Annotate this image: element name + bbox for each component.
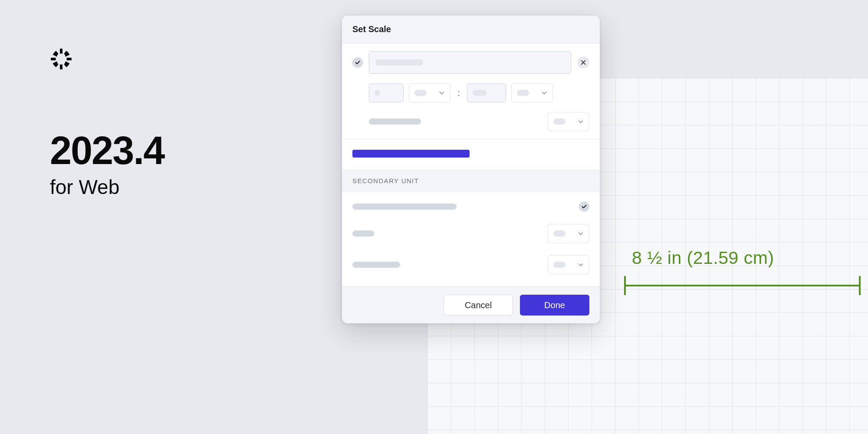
secondary-unit-select[interactable] [548, 224, 589, 243]
product-logo-icon [50, 48, 72, 70]
chevron-down-icon [578, 262, 584, 268]
ratio-right-value-input[interactable] [467, 83, 506, 102]
clear-scale-button[interactable] [577, 56, 589, 69]
ratio-right-unit-select[interactable] [511, 83, 553, 102]
ratio-left-unit-select[interactable] [409, 83, 450, 102]
secondary-unit-heading: SECONDARY UNIT [342, 170, 600, 192]
secondary-precision-select[interactable] [548, 255, 589, 274]
ratio-separator: : [456, 88, 462, 98]
secondary-unit-toggle-label [352, 204, 457, 210]
chevron-down-icon [578, 118, 584, 125]
svg-rect-1 [60, 65, 62, 69]
done-button[interactable]: Done [520, 295, 589, 316]
add-scale-link[interactable] [352, 150, 470, 158]
promo-block: 2023.4 for Web [50, 48, 164, 199]
version-number: 2023.4 [50, 131, 164, 170]
version-subtitle: for Web [50, 175, 164, 199]
secondary-unit-label-1 [352, 230, 374, 237]
chevron-down-icon [541, 90, 547, 96]
cancel-button[interactable]: Cancel [444, 295, 513, 316]
precision-select[interactable] [548, 112, 589, 131]
scale-enabled-check-icon[interactable] [352, 57, 363, 68]
ratio-left-value-input[interactable] [369, 83, 404, 102]
set-scale-dialog: Set Scale [342, 16, 600, 323]
svg-rect-3 [67, 58, 72, 60]
measurement-callout: 8 ½ in (21.59 cm) [624, 248, 861, 295]
svg-rect-0 [60, 49, 62, 53]
chevron-down-icon [578, 230, 584, 237]
measurement-label: 8 ½ in (21.59 cm) [624, 248, 861, 268]
chevron-down-icon [439, 90, 445, 96]
svg-rect-2 [51, 58, 56, 60]
measurement-bar [624, 276, 861, 295]
secondary-unit-check-icon[interactable] [579, 201, 589, 212]
secondary-precision-label [352, 262, 400, 268]
dialog-title: Set Scale [342, 16, 600, 43]
scale-name-input[interactable] [369, 51, 571, 74]
